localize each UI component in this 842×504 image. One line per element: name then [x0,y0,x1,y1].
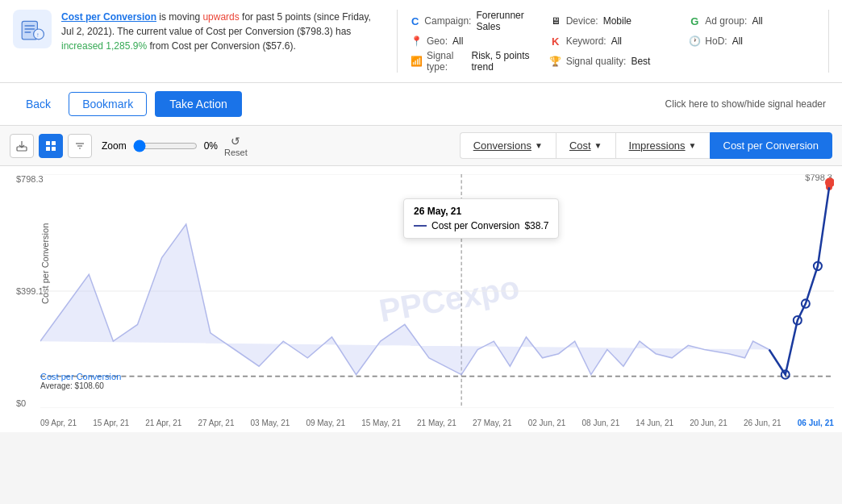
avg-sub: Average: $108.60 [40,381,121,390]
campaign-info: C Campaign: Forerunner Sales 🖥 Device: M… [397,10,829,73]
adgroup-icon: G [689,15,700,27]
signal-quality-row: 🏆 Signal quality: Best [550,50,677,73]
y-top: $798.3 [16,174,44,184]
svg-rect-2 [24,28,35,30]
x-axis-labels: 09 Apr, 21 15 Apr, 21 21 Apr, 21 27 Apr,… [40,419,834,427]
tab-cost[interactable]: Cost ▼ [556,132,615,159]
metric-link[interactable]: Cost per Conversion [61,11,156,23]
device-icon: 🖥 [550,15,561,27]
zoom-label: Zoom [102,140,127,152]
toolbar-icons [10,134,92,158]
chart-toolbar: Zoom 0% ↺ Reset Conversions ▼ Cost ▼ Imp… [0,126,842,166]
geo-icon: 📍 [411,35,422,47]
chart-area: Cost per Conversion $798.3 $399.1 $0 PPC… [0,166,842,432]
svg-rect-10 [46,147,50,151]
x-label-0: 09 Apr, 21 [40,419,77,427]
alert-icon: ↑ [13,10,52,48]
device-row: 🖥 Device: Mobile [550,10,677,32]
x-label-1: 15 Apr, 21 [93,419,129,427]
x-label-10: 08 Jun, 21 [582,419,620,427]
export-button[interactable] [10,134,34,158]
zoom-value: 0% [204,140,218,152]
avg-line-label: Cost per Conversion Average: $108.60 [40,372,121,390]
hod-icon: 🕐 [689,35,700,47]
x-label-14: 06 Jul, 21 [798,419,834,427]
alert-section: ↑ Cost per Conversion is moving upwards … [13,10,384,73]
conversions-dropdown-arrow: ▼ [535,141,543,150]
x-label-13: 26 Jun, 21 [744,419,782,427]
x-label-8: 27 May, 21 [473,419,512,427]
svg-text:↑: ↑ [36,31,40,39]
alert-text: Cost per Conversion is moving upwards fo… [61,10,384,53]
impressions-dropdown-arrow: ▼ [689,141,697,150]
x-label-7: 21 May, 21 [417,419,456,427]
x-label-12: 20 Jun, 21 [690,419,727,427]
tab-cost-per-conversion[interactable]: Cost per Conversion [710,132,833,159]
reset-button[interactable]: ↺ Reset [224,135,248,157]
signal-header-hint[interactable]: Click here to show/hide signal header [665,98,826,110]
cost-dropdown-arrow: ▼ [594,141,602,150]
signal-type-icon: 📶 [411,56,422,67]
action-bar: Back Bookmark Take Action Click here to … [0,83,842,126]
campaign-icon: C [411,15,419,27]
y-axis-labels: $798.3 $399.1 $0 [16,174,44,408]
x-label-3: 27 Apr, 21 [198,419,234,427]
svg-rect-11 [52,147,56,151]
svg-point-24 [825,177,834,187]
y-mid: $399.1 [16,286,44,296]
hod-row: 🕐 HoD: All [689,35,815,47]
svg-rect-8 [46,141,50,145]
x-label-2: 21 Apr, 21 [145,419,181,427]
x-label-9: 02 Jun, 21 [528,419,566,427]
svg-rect-9 [52,141,56,145]
svg-rect-3 [24,31,31,33]
signal-type-row: 📶 Signal type: Risk, 5 points trend [411,50,537,73]
change-text: increased 1,285.9% [61,40,147,52]
zoom-slider[interactable] [133,140,198,152]
signal-quality-icon: 🏆 [550,56,561,67]
tab-conversions[interactable]: Conversions ▼ [460,132,556,159]
adgroup-row: G Ad group: All [689,10,815,32]
y-bottom: $0 [16,398,44,408]
x-label-4: 03 May, 21 [251,419,290,427]
filter-button[interactable] [68,134,92,158]
chart-svg [40,174,834,408]
x-label-5: 09 May, 21 [306,419,345,427]
action-buttons: Back Bookmark Take Action [16,91,242,117]
svg-rect-1 [24,25,35,27]
bookmark-button[interactable]: Bookmark [69,92,147,116]
direction-text: upwards [202,11,239,23]
grid-view-button[interactable] [39,134,63,158]
avg-label: Cost per Conversion [40,372,121,381]
back-button[interactable]: Back [16,93,60,115]
keyword-row: K Keyword: All [550,35,677,47]
campaign-row: C Campaign: Forerunner Sales [411,10,537,32]
x-label-6: 15 May, 21 [361,419,401,427]
take-action-button[interactable]: Take Action [155,91,242,117]
tab-impressions[interactable]: Impressions ▼ [615,132,710,159]
top-panel: ↑ Cost per Conversion is moving upwards … [0,0,842,83]
metric-tabs: Conversions ▼ Cost ▼ Impressions ▼ Cost … [460,132,832,159]
geo-row: 📍 Geo: All [411,35,537,47]
keyword-icon: K [550,35,561,47]
zoom-section: Zoom 0% ↺ Reset [102,135,248,157]
x-label-11: 14 Jun, 21 [636,419,673,427]
